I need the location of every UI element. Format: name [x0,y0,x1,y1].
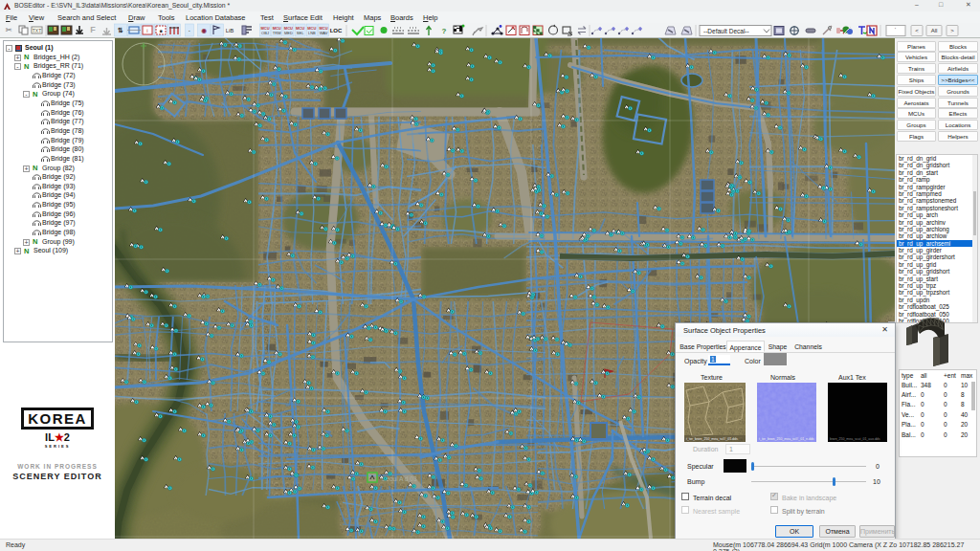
svg-text:TRM: TRM [273,31,281,35]
svg-text:>: > [950,28,954,33]
svg-text:OBJ: OBJ [261,31,269,35]
svg-text:': ' [895,27,896,33]
svg-text:LiB: LiB [226,28,234,33]
svg-text:⇅: ⇅ [117,27,123,33]
svg-text:SEL: SEL [297,31,304,35]
svg-text:◉: ◉ [201,28,207,33]
svg-text:All: All [931,28,938,33]
svg-text:LNB: LNB [308,31,316,35]
svg-text:t_ter_brwn_250_mea_scl#_01_n.d: t_ter_brwn_250_mea_scl#_01_n.dds [759,437,814,441]
svg-text:■: ■ [159,28,162,33]
svg-text:F: F [90,25,96,34]
svg-text:LOC: LOC [330,28,343,33]
svg-text:·: · [189,28,190,33]
svg-text:WAV: WAV [320,31,328,35]
svg-text:<: < [915,28,919,33]
svg-text:i: i [146,28,147,33]
svg-text:TXT: TXT [33,28,41,33]
svg-text:✂: ✂ [6,26,12,34]
svg-text:t_ter_brwn_250_mea_scl#_01.dds: t_ter_brwn_250_mea_scl#_01.dds [686,437,738,441]
svg-text:?: ? [442,27,447,35]
svg-text:MED: MED [284,31,293,35]
svg-text:--Default Decal--: --Default Decal-- [703,28,749,34]
